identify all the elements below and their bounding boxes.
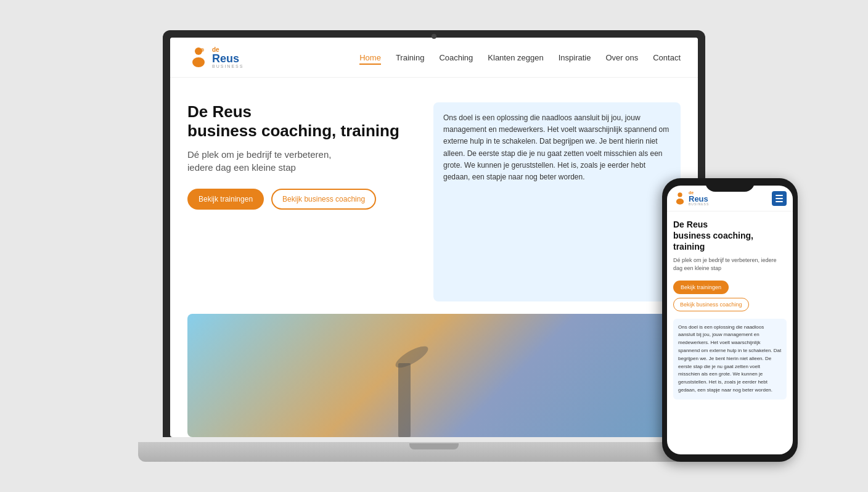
nav-links: Home Training Coaching Klanten zeggen In… bbox=[359, 52, 681, 63]
logo-de: de bbox=[212, 47, 244, 53]
phone-device: de Reus BUSINESS De Reusbusiness coachin… bbox=[662, 178, 798, 462]
phone-logo-icon bbox=[673, 192, 687, 205]
svg-point-3 bbox=[678, 192, 682, 197]
menu-line-2 bbox=[776, 198, 783, 199]
svg-point-2 bbox=[200, 48, 204, 52]
hero-left: De Reusbusiness coaching, training Dé pl… bbox=[187, 102, 415, 301]
scene: de Reus BUSINESS Home Training Coaching … bbox=[95, 12, 773, 480]
nav-item-klanten[interactable]: Klanten zeggen bbox=[488, 52, 543, 63]
hero-subtitle: Dé plek om je bedrijf te verbeteren,iede… bbox=[187, 148, 415, 174]
nav-item-contact[interactable]: Contact bbox=[653, 52, 681, 63]
phone-website: de Reus BUSINESS De Reusbusiness coachin… bbox=[667, 186, 793, 454]
logo-icon bbox=[187, 46, 210, 68]
phone-menu-icon[interactable] bbox=[772, 191, 787, 206]
laptop-device: de Reus BUSINESS Home Training Coaching … bbox=[157, 30, 711, 462]
laptop-camera bbox=[432, 34, 436, 39]
phone-bekijk-trainingen-button[interactable]: Bekijk trainingen bbox=[673, 281, 729, 294]
hero-title: De Reusbusiness coaching, training bbox=[187, 102, 415, 141]
phone-hero-subtitle: Dé plek om je bedrijf te verbeteren, ied… bbox=[673, 256, 787, 273]
menu-line-3 bbox=[776, 201, 783, 202]
phone-bekijk-business-coaching-button[interactable]: Bekijk business coaching bbox=[673, 298, 749, 311]
nav-item-inspiratie[interactable]: Inspiratie bbox=[559, 52, 591, 63]
phone-logo-text: de Reus BUSINESS bbox=[689, 191, 709, 206]
svg-point-1 bbox=[192, 57, 205, 67]
laptop-base bbox=[138, 442, 730, 462]
nav-item-coaching[interactable]: Coaching bbox=[439, 52, 473, 63]
hero-buttons: Bekijk trainingen Bekijk business coachi… bbox=[187, 189, 415, 210]
svg-point-4 bbox=[676, 199, 684, 205]
phone-logo: de Reus BUSINESS bbox=[673, 191, 709, 206]
bekijk-business-coaching-button[interactable]: Bekijk business coaching bbox=[271, 189, 376, 210]
laptop-lid: de Reus BUSINESS Home Training Coaching … bbox=[163, 30, 705, 437]
laptop-logo: de Reus BUSINESS bbox=[187, 46, 244, 68]
laptop-nav: de Reus BUSINESS Home Training Coaching … bbox=[170, 38, 698, 78]
logo-text-area: de Reus BUSINESS bbox=[212, 47, 244, 68]
logo-reus: Reus bbox=[212, 53, 244, 64]
phone-content: De Reusbusiness coaching,training Dé ple… bbox=[667, 211, 793, 407]
hero-description: Ons doel is een oplossing die naadloos a… bbox=[433, 102, 681, 301]
nav-item-over-ons[interactable]: Over ons bbox=[605, 52, 638, 63]
laptop-website: de Reus BUSINESS Home Training Coaching … bbox=[170, 38, 698, 437]
phone-screen: de Reus BUSINESS De Reusbusiness coachin… bbox=[667, 186, 793, 454]
logo-business: BUSINESS bbox=[212, 64, 244, 68]
nav-item-home[interactable]: Home bbox=[359, 52, 381, 63]
phone-logo-business: BUSINESS bbox=[689, 203, 709, 206]
nav-item-training[interactable]: Training bbox=[396, 52, 424, 63]
phone-description: Ons doel is een oplossing die naadloos a… bbox=[673, 319, 787, 400]
hero-image bbox=[187, 314, 698, 437]
laptop-hero-content: De Reusbusiness coaching, training Dé pl… bbox=[170, 78, 698, 314]
menu-line-1 bbox=[776, 195, 783, 196]
laptop-screen: de Reus BUSINESS Home Training Coaching … bbox=[170, 38, 698, 437]
phone-hero-title: De Reusbusiness coaching,training bbox=[673, 219, 787, 253]
phone-notch bbox=[705, 178, 755, 192]
bekijk-trainingen-button[interactable]: Bekijk trainingen bbox=[187, 189, 264, 210]
